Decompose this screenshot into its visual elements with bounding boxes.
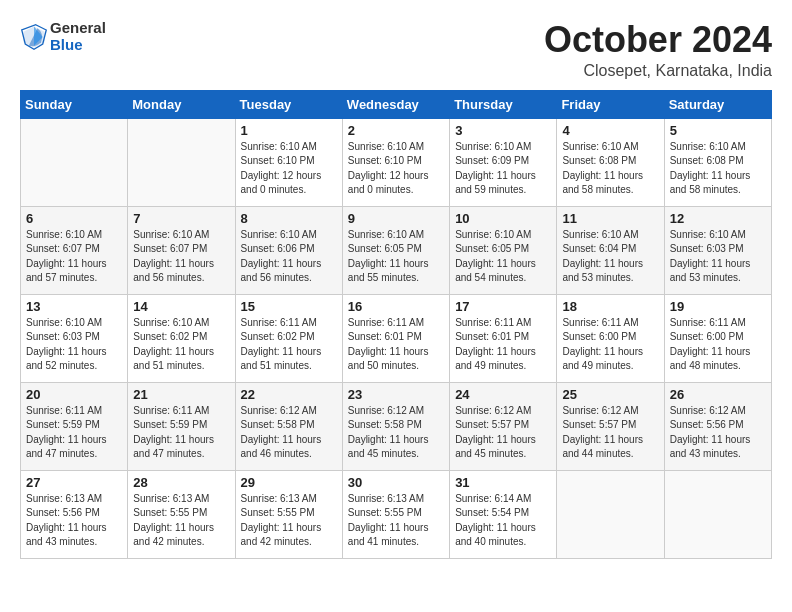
calendar-cell: 28Sunrise: 6:13 AM Sunset: 5:55 PM Dayli… — [128, 470, 235, 558]
calendar-cell: 8Sunrise: 6:10 AM Sunset: 6:06 PM Daylig… — [235, 206, 342, 294]
day-number: 3 — [455, 123, 551, 138]
day-number: 19 — [670, 299, 766, 314]
day-number: 14 — [133, 299, 229, 314]
calendar-cell: 19Sunrise: 6:11 AM Sunset: 6:00 PM Dayli… — [664, 294, 771, 382]
calendar-cell: 13Sunrise: 6:10 AM Sunset: 6:03 PM Dayli… — [21, 294, 128, 382]
day-info: Sunrise: 6:10 AM Sunset: 6:08 PM Dayligh… — [670, 140, 766, 198]
day-info: Sunrise: 6:11 AM Sunset: 6:02 PM Dayligh… — [241, 316, 337, 374]
day-number: 20 — [26, 387, 122, 402]
calendar-cell: 24Sunrise: 6:12 AM Sunset: 5:57 PM Dayli… — [450, 382, 557, 470]
day-info: Sunrise: 6:12 AM Sunset: 5:56 PM Dayligh… — [670, 404, 766, 462]
calendar-table: SundayMondayTuesdayWednesdayThursdayFrid… — [20, 90, 772, 559]
calendar-cell: 21Sunrise: 6:11 AM Sunset: 5:59 PM Dayli… — [128, 382, 235, 470]
day-info: Sunrise: 6:11 AM Sunset: 6:00 PM Dayligh… — [670, 316, 766, 374]
day-number: 24 — [455, 387, 551, 402]
calendar-cell: 12Sunrise: 6:10 AM Sunset: 6:03 PM Dayli… — [664, 206, 771, 294]
day-info: Sunrise: 6:11 AM Sunset: 5:59 PM Dayligh… — [133, 404, 229, 462]
calendar-cell: 23Sunrise: 6:12 AM Sunset: 5:58 PM Dayli… — [342, 382, 449, 470]
calendar-cell: 26Sunrise: 6:12 AM Sunset: 5:56 PM Dayli… — [664, 382, 771, 470]
day-number: 15 — [241, 299, 337, 314]
day-info: Sunrise: 6:10 AM Sunset: 6:07 PM Dayligh… — [26, 228, 122, 286]
day-number: 1 — [241, 123, 337, 138]
title-section: October 2024 Closepet, Karnataka, India — [544, 20, 772, 80]
calendar-cell: 5Sunrise: 6:10 AM Sunset: 6:08 PM Daylig… — [664, 118, 771, 206]
calendar-cell — [128, 118, 235, 206]
day-info: Sunrise: 6:12 AM Sunset: 5:57 PM Dayligh… — [562, 404, 658, 462]
day-info: Sunrise: 6:11 AM Sunset: 5:59 PM Dayligh… — [26, 404, 122, 462]
calendar-cell: 16Sunrise: 6:11 AM Sunset: 6:01 PM Dayli… — [342, 294, 449, 382]
calendar-cell: 17Sunrise: 6:11 AM Sunset: 6:01 PM Dayli… — [450, 294, 557, 382]
day-info: Sunrise: 6:10 AM Sunset: 6:03 PM Dayligh… — [26, 316, 122, 374]
calendar-cell: 20Sunrise: 6:11 AM Sunset: 5:59 PM Dayli… — [21, 382, 128, 470]
weekday-header-friday: Friday — [557, 90, 664, 118]
calendar-cell: 9Sunrise: 6:10 AM Sunset: 6:05 PM Daylig… — [342, 206, 449, 294]
day-number: 8 — [241, 211, 337, 226]
day-info: Sunrise: 6:11 AM Sunset: 6:01 PM Dayligh… — [455, 316, 551, 374]
day-info: Sunrise: 6:10 AM Sunset: 6:03 PM Dayligh… — [670, 228, 766, 286]
day-info: Sunrise: 6:10 AM Sunset: 6:04 PM Dayligh… — [562, 228, 658, 286]
day-number: 11 — [562, 211, 658, 226]
day-number: 27 — [26, 475, 122, 490]
calendar-cell: 3Sunrise: 6:10 AM Sunset: 6:09 PM Daylig… — [450, 118, 557, 206]
calendar-cell: 27Sunrise: 6:13 AM Sunset: 5:56 PM Dayli… — [21, 470, 128, 558]
calendar-cell: 6Sunrise: 6:10 AM Sunset: 6:07 PM Daylig… — [21, 206, 128, 294]
day-number: 12 — [670, 211, 766, 226]
day-number: 9 — [348, 211, 444, 226]
calendar-cell — [557, 470, 664, 558]
calendar-cell: 7Sunrise: 6:10 AM Sunset: 6:07 PM Daylig… — [128, 206, 235, 294]
day-number: 28 — [133, 475, 229, 490]
day-info: Sunrise: 6:10 AM Sunset: 6:08 PM Dayligh… — [562, 140, 658, 198]
day-info: Sunrise: 6:10 AM Sunset: 6:10 PM Dayligh… — [348, 140, 444, 198]
month-title: October 2024 — [544, 20, 772, 60]
generalblue-logo-icon — [20, 23, 48, 51]
day-info: Sunrise: 6:13 AM Sunset: 5:55 PM Dayligh… — [241, 492, 337, 550]
weekday-header-thursday: Thursday — [450, 90, 557, 118]
day-number: 13 — [26, 299, 122, 314]
weekday-header-saturday: Saturday — [664, 90, 771, 118]
location-subtitle: Closepet, Karnataka, India — [544, 62, 772, 80]
calendar-cell: 11Sunrise: 6:10 AM Sunset: 6:04 PM Dayli… — [557, 206, 664, 294]
calendar-cell: 29Sunrise: 6:13 AM Sunset: 5:55 PM Dayli… — [235, 470, 342, 558]
calendar-cell: 2Sunrise: 6:10 AM Sunset: 6:10 PM Daylig… — [342, 118, 449, 206]
day-info: Sunrise: 6:11 AM Sunset: 6:01 PM Dayligh… — [348, 316, 444, 374]
weekday-header-sunday: Sunday — [21, 90, 128, 118]
day-info: Sunrise: 6:12 AM Sunset: 5:58 PM Dayligh… — [348, 404, 444, 462]
day-info: Sunrise: 6:10 AM Sunset: 6:02 PM Dayligh… — [133, 316, 229, 374]
calendar-cell: 31Sunrise: 6:14 AM Sunset: 5:54 PM Dayli… — [450, 470, 557, 558]
day-info: Sunrise: 6:13 AM Sunset: 5:56 PM Dayligh… — [26, 492, 122, 550]
day-number: 31 — [455, 475, 551, 490]
day-number: 4 — [562, 123, 658, 138]
day-info: Sunrise: 6:11 AM Sunset: 6:00 PM Dayligh… — [562, 316, 658, 374]
calendar-cell — [664, 470, 771, 558]
day-number: 30 — [348, 475, 444, 490]
calendar-cell: 22Sunrise: 6:12 AM Sunset: 5:58 PM Dayli… — [235, 382, 342, 470]
day-number: 22 — [241, 387, 337, 402]
calendar-cell: 18Sunrise: 6:11 AM Sunset: 6:00 PM Dayli… — [557, 294, 664, 382]
calendar-cell: 25Sunrise: 6:12 AM Sunset: 5:57 PM Dayli… — [557, 382, 664, 470]
day-number: 7 — [133, 211, 229, 226]
day-number: 25 — [562, 387, 658, 402]
logo-blue-text: Blue — [50, 37, 106, 54]
day-number: 26 — [670, 387, 766, 402]
logo-general-text: General — [50, 20, 106, 37]
day-info: Sunrise: 6:14 AM Sunset: 5:54 PM Dayligh… — [455, 492, 551, 550]
calendar-cell: 30Sunrise: 6:13 AM Sunset: 5:55 PM Dayli… — [342, 470, 449, 558]
day-info: Sunrise: 6:12 AM Sunset: 5:58 PM Dayligh… — [241, 404, 337, 462]
day-info: Sunrise: 6:10 AM Sunset: 6:06 PM Dayligh… — [241, 228, 337, 286]
weekday-header-tuesday: Tuesday — [235, 90, 342, 118]
day-info: Sunrise: 6:12 AM Sunset: 5:57 PM Dayligh… — [455, 404, 551, 462]
day-info: Sunrise: 6:13 AM Sunset: 5:55 PM Dayligh… — [133, 492, 229, 550]
calendar-cell: 1Sunrise: 6:10 AM Sunset: 6:10 PM Daylig… — [235, 118, 342, 206]
weekday-header-monday: Monday — [128, 90, 235, 118]
calendar-cell: 10Sunrise: 6:10 AM Sunset: 6:05 PM Dayli… — [450, 206, 557, 294]
day-info: Sunrise: 6:13 AM Sunset: 5:55 PM Dayligh… — [348, 492, 444, 550]
day-info: Sunrise: 6:10 AM Sunset: 6:09 PM Dayligh… — [455, 140, 551, 198]
day-number: 16 — [348, 299, 444, 314]
day-number: 5 — [670, 123, 766, 138]
day-number: 10 — [455, 211, 551, 226]
day-number: 21 — [133, 387, 229, 402]
day-number: 2 — [348, 123, 444, 138]
day-number: 29 — [241, 475, 337, 490]
weekday-header-wednesday: Wednesday — [342, 90, 449, 118]
calendar-cell: 15Sunrise: 6:11 AM Sunset: 6:02 PM Dayli… — [235, 294, 342, 382]
